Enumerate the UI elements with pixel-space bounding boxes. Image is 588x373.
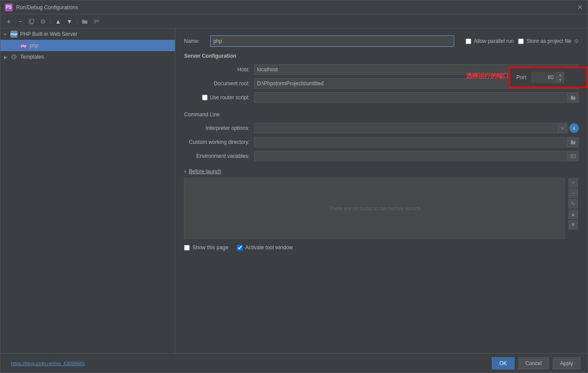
router-input-group xyxy=(254,92,579,103)
templates-arrow: ▶ xyxy=(4,55,10,59)
settings-button[interactable]: ⚙ xyxy=(38,17,48,26)
env-vars-label: Environment variables: xyxy=(184,153,254,159)
toolbar: + − ⚙ ▲ ▼ xyxy=(0,14,588,28)
php-file-tree-item[interactable]: php php xyxy=(0,40,175,51)
expand-arrow: ▾ xyxy=(4,32,10,37)
env-vars-input-group xyxy=(254,151,579,161)
bottom-options: Show this page Activate tool window xyxy=(184,244,579,251)
allow-parallel-label: Allow parallel run xyxy=(474,38,514,44)
app-icon: PS xyxy=(5,3,13,11)
before-launch-empty-text: There are no tasks to run before launch xyxy=(328,206,420,212)
custom-working-dir-row: Custom working directory: xyxy=(184,137,579,147)
interpreter-options-label: Interpreter options: xyxy=(184,125,254,131)
folder-button[interactable] xyxy=(80,17,90,26)
command-line-title: Command Line xyxy=(184,112,579,118)
close-button[interactable]: ✕ xyxy=(576,4,583,11)
sort-button[interactable] xyxy=(91,17,101,26)
port-input[interactable] xyxy=(532,73,556,82)
left-panel: ▾ PHP PHP Built-in Web Server php php ▶ xyxy=(0,28,175,353)
remove-button[interactable]: − xyxy=(15,17,25,26)
before-launch-list: There are no tasks to run before launch xyxy=(184,178,565,239)
php-server-icon: PHP xyxy=(10,30,18,38)
templates-label: Templates xyxy=(20,54,44,60)
port-label: Port: xyxy=(516,74,527,80)
php-server-label: PHP Built-in Web Server xyxy=(20,31,77,37)
port-spinners: ▲ ▼ xyxy=(556,72,564,83)
gear-settings-icon[interactable]: ⚙ xyxy=(574,38,579,44)
interpreter-options-row: Interpreter options: i xyxy=(184,123,579,133)
custom-working-dir-input[interactable] xyxy=(254,137,567,147)
custom-dir-input-group xyxy=(254,137,579,147)
use-router-checkbox[interactable] xyxy=(202,94,208,101)
templates-icon xyxy=(10,53,18,61)
run-debug-dialog: PS Run/Debug Configurations ✕ + − ⚙ ▲ ▼ xyxy=(0,0,588,373)
toolbar-separator xyxy=(50,18,51,25)
allow-parallel-checkbox[interactable] xyxy=(466,38,471,44)
title-bar: PS Run/Debug Configurations ✕ xyxy=(0,0,588,14)
host-label: Host: xyxy=(184,66,254,73)
custom-dir-browse-button[interactable] xyxy=(567,137,579,147)
activate-tool-checkbox[interactable] xyxy=(237,245,243,251)
name-label: Name: xyxy=(184,38,206,44)
use-router-label: Use router script: xyxy=(210,94,250,101)
svg-rect-1 xyxy=(30,19,34,23)
show-page-checkbox[interactable] xyxy=(184,245,190,251)
name-input[interactable] xyxy=(210,35,454,47)
activate-tool-row: Activate tool window xyxy=(237,244,293,251)
gear-icon: ⚙ xyxy=(40,18,46,25)
right-panel: Name: Allow parallel run Store as projec… xyxy=(175,28,588,353)
activate-tool-label: Activate tool window xyxy=(245,244,293,251)
add-button[interactable]: + xyxy=(4,17,14,26)
port-down-button[interactable]: ▼ xyxy=(557,77,564,83)
cancel-button[interactable]: Cancel xyxy=(518,357,549,370)
chinese-annotation: 选择运行的端口 xyxy=(466,72,509,80)
show-page-label: Show this page xyxy=(192,244,228,251)
move-up-button[interactable]: ▲ xyxy=(53,17,63,26)
router-checkbox-wrap: Use router script: xyxy=(184,94,254,101)
info-button[interactable]: i xyxy=(569,123,579,133)
before-launch-add-button[interactable]: + xyxy=(568,178,578,188)
footer-link[interactable]: https://blog.csdn.net/qq_43058685 xyxy=(7,361,488,366)
before-launch-arrow[interactable]: ▾ xyxy=(184,169,186,174)
templates-tree-item[interactable]: ▶ Templates xyxy=(0,51,175,63)
php-file-label: php xyxy=(30,42,38,49)
footer: https://blog.csdn.net/qq_43058685 OK Can… xyxy=(0,353,588,373)
before-launch-edit-button[interactable]: ✎ xyxy=(568,199,578,209)
interpreter-options-input[interactable] xyxy=(254,123,558,133)
before-launch-up-button[interactable]: ▲ xyxy=(568,209,578,219)
env-vars-browse-button[interactable] xyxy=(567,151,579,161)
store-project-checkbox[interactable] xyxy=(518,38,524,44)
env-vars-input[interactable] xyxy=(254,151,567,161)
router-script-row: Use router script: xyxy=(184,92,579,103)
copy-button[interactable] xyxy=(27,17,36,26)
router-browse-button[interactable] xyxy=(567,92,579,103)
main-content: ▾ PHP PHP Built-in Web Server php php ▶ xyxy=(0,28,588,353)
show-page-row: Show this page xyxy=(184,244,228,251)
before-launch-remove-button[interactable]: − xyxy=(568,188,578,198)
name-section: Name: Allow parallel run Store as projec… xyxy=(184,35,579,47)
port-input-group: ▲ ▼ xyxy=(532,72,564,83)
toolbar-separator-2 xyxy=(77,18,77,25)
before-launch-title: Before launch xyxy=(189,168,221,174)
before-launch-down-button[interactable]: ▼ xyxy=(568,220,578,230)
php-server-tree-item[interactable]: ▾ PHP PHP Built-in Web Server xyxy=(0,28,175,40)
before-launch-tools: + − ✎ ▲ ▼ xyxy=(568,178,578,230)
move-down-button[interactable]: ▼ xyxy=(65,17,74,26)
apply-button[interactable]: Apply xyxy=(553,357,581,370)
svg-line-7 xyxy=(14,57,15,58)
port-highlight-box: Port: ▲ ▼ xyxy=(509,67,588,88)
store-project-label: Store as project file xyxy=(526,38,571,44)
custom-working-dir-label: Custom working directory: xyxy=(184,139,254,145)
env-vars-row: Environment variables: xyxy=(184,151,579,161)
before-launch-header: ▾ Before launch xyxy=(184,168,579,174)
svg-rect-8 xyxy=(571,154,575,158)
store-project-row: Store as project file ⚙ xyxy=(518,38,579,44)
port-up-button[interactable]: ▲ xyxy=(557,72,564,77)
before-launch-list-wrap: There are no tasks to run before launch … xyxy=(184,178,565,239)
php-file-icon: php xyxy=(20,42,28,49)
dialog-title: Run/Debug Configurations xyxy=(16,4,576,10)
router-input[interactable] xyxy=(254,92,567,103)
interpreter-expand-button[interactable] xyxy=(558,123,567,133)
allow-parallel-row: Allow parallel run xyxy=(466,38,514,44)
ok-button[interactable]: OK xyxy=(492,357,514,370)
